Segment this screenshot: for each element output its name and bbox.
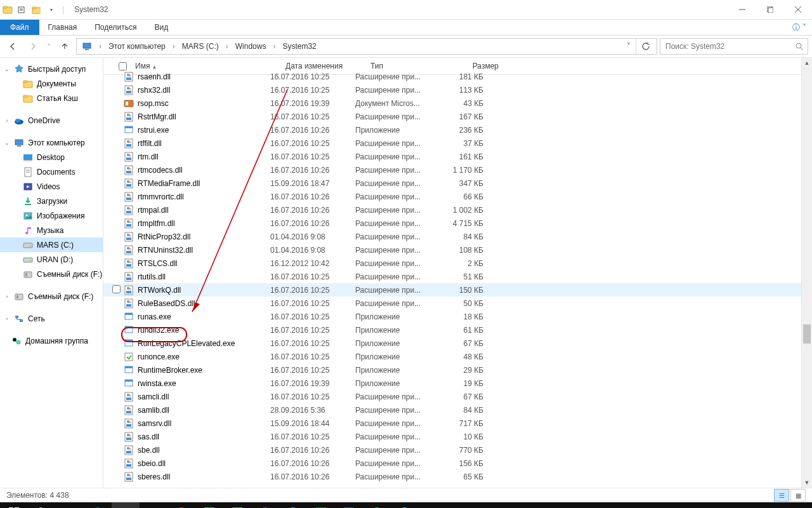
refresh-button[interactable] (636, 39, 655, 54)
taskbar-chrome-icon[interactable] (167, 502, 195, 508)
ribbon-tab-home[interactable]: Главная (39, 20, 86, 35)
file-row[interactable]: rtmmvrortc.dll16.07.2016 10:26Расширение… (103, 190, 812, 203)
vertical-scrollbar[interactable]: ▲ ▼ (801, 58, 812, 488)
nav-network[interactable]: ›Сеть (0, 311, 103, 326)
chevron-right-icon[interactable]: › (224, 42, 230, 51)
address-field[interactable]: › Этот компьютер › MARS (C:) › Windows ›… (76, 38, 657, 55)
nav-homegroup[interactable]: Домашняя группа (0, 333, 103, 348)
nav-up-button[interactable] (56, 37, 74, 55)
nav-quickaccess[interactable]: ⌄Быстрый доступ (0, 62, 103, 76)
nav-onedrive[interactable]: ›OneDrive (0, 113, 103, 128)
start-button[interactable] (0, 502, 28, 508)
address-dropdown-icon[interactable]: ˅ (623, 42, 634, 51)
file-row[interactable]: rtmpal.dll16.07.2016 10:26Расширение при… (103, 203, 812, 217)
file-row[interactable]: sbe.dll16.07.2016 10:26Расширение при...… (103, 443, 812, 457)
file-row[interactable]: RTWorkQ.dll16.07.2016 10:25Расширение пр… (103, 283, 812, 297)
file-row[interactable]: sas.dll16.07.2016 10:25Расширение при...… (103, 430, 812, 443)
view-icons-button[interactable]: ▦ (790, 489, 806, 502)
nav-music[interactable]: Музыка (0, 223, 103, 237)
nav-videos[interactable]: Videos (0, 179, 103, 194)
qat-dropdown-icon[interactable]: ▾ (44, 3, 58, 17)
file-row[interactable]: RtNicProp32.dll01.04.2016 9:08Расширение… (103, 230, 812, 243)
scroll-thumb[interactable] (803, 324, 811, 344)
chevron-right-icon[interactable]: › (97, 42, 103, 51)
chevron-right-icon[interactable]: › (171, 42, 177, 51)
nav-recent-dropdown[interactable]: ˅ (44, 37, 53, 55)
col-name[interactable]: Имя▲ (131, 62, 282, 70)
col-checkbox[interactable] (112, 60, 131, 72)
file-row[interactable]: RstrtMgr.dll16.07.2016 10:25Расширение п… (103, 110, 812, 123)
file-row[interactable]: samlib.dll28.09.2016 5:36Расширение при.… (103, 403, 812, 417)
close-button[interactable] (784, 0, 812, 19)
file-row[interactable]: runonce.exe16.07.2016 10:25Приложение48 … (103, 350, 812, 363)
col-date[interactable]: Дата изменения (282, 62, 367, 70)
nav-downloads[interactable]: Загрузки (0, 194, 103, 208)
taskbar-app-1-icon[interactable] (195, 502, 223, 508)
nav-pictures[interactable]: Изображения (0, 208, 103, 223)
file-row[interactable]: rsaenh.dll16.07.2016 10:25Расширение при… (103, 70, 812, 83)
file-row[interactable]: sbeio.dll16.07.2016 10:26Расширение при.… (103, 457, 812, 470)
task-view-icon[interactable] (56, 502, 84, 508)
search-input[interactable] (664, 41, 792, 51)
nav-drive-c[interactable]: MARS (C:) (0, 237, 103, 252)
nav-quick-documents[interactable]: Документы (0, 76, 103, 91)
nav-documents[interactable]: Documents (0, 164, 103, 179)
taskbar-word-icon[interactable]: W (335, 502, 363, 508)
chevron-right-icon[interactable]: › (271, 42, 277, 51)
file-row[interactable]: runas.exe16.07.2016 10:25Приложение18 КБ (103, 310, 812, 323)
scroll-down-icon[interactable]: ▼ (802, 478, 812, 488)
taskbar-excel-icon[interactable]: X (307, 502, 335, 508)
view-details-button[interactable]: ☰ (774, 489, 789, 502)
qat-properties-icon[interactable] (14, 3, 28, 17)
file-row[interactable]: RunLegacyCPLElevated.exe16.07.2016 10:25… (103, 337, 812, 350)
file-row[interactable]: rtmpltfm.dll16.07.2016 10:26Расширение п… (103, 217, 812, 230)
breadcrumb-seg-0[interactable]: Этот компьютер (105, 39, 169, 54)
nav-desktop[interactable]: Desktop (0, 150, 103, 164)
ribbon-tab-view[interactable]: Вид (145, 20, 177, 35)
ribbon-help-icon[interactable]: ⓘ ˅ (787, 20, 812, 35)
taskbar-ie2-icon[interactable] (391, 502, 419, 508)
breadcrumb-seg-2[interactable]: Windows (232, 39, 270, 54)
maximize-button[interactable] (756, 0, 784, 19)
nav-forward-button[interactable] (24, 37, 42, 55)
ribbon-file-tab[interactable]: Файл (0, 20, 39, 35)
taskbar-app-3-icon[interactable] (363, 502, 391, 508)
taskbar-edge-icon[interactable] (84, 502, 112, 508)
file-row[interactable]: rwinsta.exe16.07.2016 19:39Приложение19 … (103, 377, 812, 390)
ribbon-tab-share[interactable]: Поделиться (86, 20, 145, 35)
file-row[interactable]: RTMediaFrame.dll15.09.2016 18:47Расширен… (103, 177, 812, 190)
file-row[interactable]: rsop.msc16.07.2016 19:39Документ Micros.… (103, 97, 812, 110)
file-row[interactable]: rundll32.exe16.07.2016 10:25Приложение61… (103, 323, 812, 337)
file-row[interactable]: RTNUninst32.dll01.04.2016 9:08Расширение… (103, 243, 812, 257)
minimize-button[interactable] (728, 0, 756, 19)
select-all-checkbox[interactable] (119, 62, 127, 70)
col-type[interactable]: Тип (367, 62, 448, 70)
file-row[interactable]: sberes.dll16.07.2016 10:26Расширение при… (103, 470, 812, 483)
taskbar-store-icon[interactable] (140, 502, 167, 508)
nav-back-button[interactable] (4, 37, 22, 55)
nav-drive-d[interactable]: URAN (D:) (0, 252, 103, 267)
file-row[interactable]: RTSLCS.dll16.12.2012 10:42Расширение при… (103, 257, 812, 270)
nav-removable-1[interactable]: Съемный диск (F:) (0, 267, 103, 281)
file-row[interactable]: rtmcodecs.dll16.07.2016 10:26Расширение … (103, 163, 812, 177)
taskbar-ie-icon[interactable] (279, 502, 307, 508)
breadcrumb-root-icon[interactable] (78, 39, 96, 54)
breadcrumb-seg-1[interactable]: MARS (C:) (178, 39, 223, 54)
nav-thispc[interactable]: ⌄Этот компьютер (0, 135, 103, 150)
taskbar-viber-icon[interactable] (251, 502, 279, 508)
file-row[interactable]: RuleBasedDS.dll16.07.2016 10:25Расширени… (103, 297, 812, 310)
search-box[interactable] (660, 38, 808, 55)
file-row[interactable]: RuntimeBroker.exe16.07.2016 10:25Приложе… (103, 363, 812, 377)
file-row[interactable]: rstrui.exe16.07.2016 10:26Приложение236 … (103, 123, 812, 137)
file-row[interactable]: rshx32.dll16.07.2016 10:25Расширение при… (103, 83, 812, 97)
file-row[interactable]: rtm.dll16.07.2016 10:25Расширение при...… (103, 150, 812, 163)
taskbar-search-icon[interactable] (28, 502, 56, 508)
breadcrumb-seg-3[interactable]: System32 (278, 39, 320, 54)
nav-quick-article[interactable]: Статья Кэш (0, 91, 103, 105)
taskbar-explorer-icon[interactable] (112, 502, 140, 508)
row-checkbox[interactable] (112, 285, 121, 293)
col-size[interactable]: Размер (448, 62, 502, 70)
nav-removable-2[interactable]: ›Съемный диск (F:) (0, 289, 103, 304)
search-icon[interactable] (796, 43, 804, 51)
file-row[interactable]: samcli.dll16.07.2016 10:25Расширение при… (103, 390, 812, 403)
